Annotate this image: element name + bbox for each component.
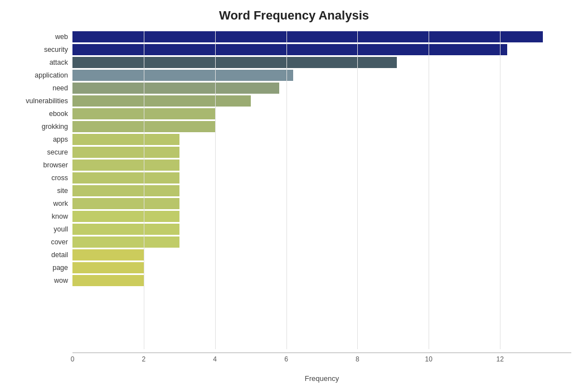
bar-label: ebook — [6, 110, 72, 118]
bar-track — [72, 121, 571, 132]
bar-fill — [72, 147, 179, 158]
bar-label: cross — [6, 174, 72, 182]
bar-label: secure — [6, 148, 72, 156]
bar-fill — [72, 172, 179, 184]
chart-container: Word Frequency Analysis websecurityattac… — [0, 0, 588, 391]
bar-label: apps — [6, 136, 72, 143]
bar-label: work — [6, 200, 72, 207]
bar-row: cover — [72, 236, 571, 248]
bar-label: need — [6, 84, 72, 92]
tick-row: 024681012 — [72, 353, 571, 363]
tick-label: 4 — [213, 355, 217, 363]
bar-label: vulnerabilities — [6, 97, 72, 105]
bar-fill — [72, 31, 543, 42]
bar-fill — [72, 185, 179, 196]
bars-and-axes: websecurityattackapplicationneedvulnerab… — [72, 31, 571, 383]
bar-fill — [72, 108, 215, 119]
bar-fill — [72, 224, 179, 235]
bar-fill — [72, 249, 144, 260]
bar-label: attack — [6, 59, 72, 66]
bar-row: application — [72, 70, 571, 81]
bar-fill — [72, 211, 179, 222]
bar-track — [72, 83, 571, 94]
bar-row: need — [72, 83, 571, 94]
bar-track — [72, 172, 571, 184]
bar-fill — [72, 236, 179, 248]
tick-label: 6 — [284, 355, 288, 363]
bar-track — [72, 147, 571, 158]
bar-label: browser — [6, 161, 72, 169]
bar-row: secure — [72, 147, 571, 158]
x-axis: 024681012 Frequency — [72, 353, 571, 383]
bar-track — [72, 224, 571, 235]
bar-track — [72, 44, 571, 55]
bar-row: ebook — [72, 108, 571, 119]
bar-row: wow — [72, 275, 571, 286]
bar-row: attack — [72, 57, 571, 68]
tick-label: 12 — [496, 355, 503, 363]
bar-track — [72, 249, 571, 260]
bar-fill — [72, 121, 215, 132]
bar-track — [72, 262, 571, 273]
bar-row: work — [72, 198, 571, 209]
bar-fill — [72, 275, 144, 286]
bar-label: page — [6, 264, 72, 272]
bar-row: cross — [72, 172, 571, 184]
bar-track — [72, 70, 571, 81]
bar-fill — [72, 160, 179, 171]
bar-row: page — [72, 262, 571, 273]
bar-label: application — [6, 71, 72, 79]
bar-fill — [72, 57, 397, 68]
bar-label: cover — [6, 238, 72, 246]
bar-label: wow — [6, 277, 72, 284]
bar-track — [72, 31, 571, 42]
bar-row: detail — [72, 249, 571, 260]
tick-label: 10 — [425, 355, 433, 363]
bar-fill — [72, 44, 507, 55]
bar-label: web — [6, 33, 72, 41]
bar-track — [72, 134, 571, 145]
bar-label: youll — [6, 225, 72, 233]
bar-fill — [72, 83, 279, 94]
bar-row: browser — [72, 160, 571, 171]
bars-section: websecurityattackapplicationneedvulnerab… — [72, 31, 571, 349]
tick-label: 2 — [142, 355, 146, 363]
bar-track — [72, 57, 571, 68]
bar-track — [72, 185, 571, 196]
bar-track — [72, 160, 571, 171]
bar-label: know — [6, 213, 72, 220]
bar-track — [72, 236, 571, 248]
bar-row: site — [72, 185, 571, 196]
bar-row: grokking — [72, 121, 571, 132]
bar-label: site — [6, 187, 72, 195]
tick-label: 0 — [71, 355, 75, 363]
bar-label: detail — [6, 251, 72, 259]
bar-fill — [72, 70, 293, 81]
bar-fill — [72, 134, 179, 145]
bar-track — [72, 198, 571, 209]
tick-label: 8 — [356, 355, 359, 363]
bar-fill — [72, 95, 251, 107]
bar-row: vulnerabilities — [72, 95, 571, 107]
bar-row: know — [72, 211, 571, 222]
x-axis-label: Frequency — [72, 374, 571, 383]
bar-track — [72, 95, 571, 107]
bar-label: security — [6, 46, 72, 54]
bar-track — [72, 275, 571, 286]
bar-row: apps — [72, 134, 571, 145]
bar-track — [72, 211, 571, 222]
bar-label: grokking — [6, 123, 72, 131]
bar-fill — [72, 198, 179, 209]
chart-title: Word Frequency Analysis — [72, 8, 571, 23]
bar-row: security — [72, 44, 571, 55]
bar-fill — [72, 262, 144, 273]
bar-track — [72, 108, 571, 119]
bar-row: web — [72, 31, 571, 42]
bar-row: youll — [72, 224, 571, 235]
